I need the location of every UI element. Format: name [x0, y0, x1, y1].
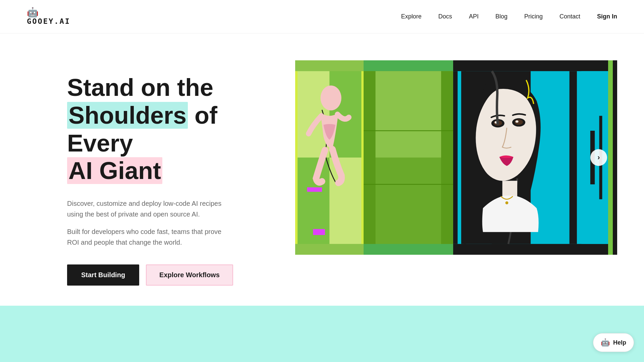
hero-title-line1: Stand on the: [67, 74, 213, 101]
svg-rect-10: [364, 71, 376, 244]
hero-content: Stand on the Shoulders of Every AI Giant…: [67, 60, 268, 286]
hero-title-highlight1: Shoulders: [67, 102, 188, 129]
hero-section: Stand on the Shoulders of Every AI Giant…: [0, 34, 644, 306]
svg-rect-2: [329, 158, 364, 244]
svg-rect-8: [361, 71, 364, 244]
hero-carousel: ›: [295, 60, 617, 255]
logo-text: GOOEY.AI: [27, 17, 70, 25]
hero-title-highlight2: AI Giant: [67, 157, 162, 184]
start-building-button[interactable]: Start Building: [67, 264, 139, 286]
hero-description-1: Discover, customize and deploy low-code …: [67, 198, 228, 220]
main-nav: Explore Docs API Blog Pricing Contact Si…: [401, 13, 617, 20]
carousel-panel-1: [295, 60, 364, 255]
bottom-section: 400,000 Users & 2M AI Runs and Counting: [0, 306, 644, 362]
hero-buttons: Start Building Explore Workflows: [67, 264, 268, 286]
nav-api[interactable]: API: [469, 13, 479, 20]
svg-rect-12: [376, 71, 441, 158]
help-robot-icon: 🤖: [601, 338, 610, 347]
svg-rect-5: [313, 229, 325, 235]
svg-point-3: [321, 85, 341, 111]
panel-art-2: [364, 60, 453, 255]
svg-rect-6: [337, 220, 352, 226]
nav-docs[interactable]: Docs: [438, 13, 452, 20]
svg-point-24: [516, 120, 519, 123]
chevron-right-icon: ›: [597, 153, 600, 162]
carousel-strip-1: [608, 60, 612, 255]
logo[interactable]: 🤖 GOOEY.AI: [27, 8, 70, 25]
carousel-strip-2: [613, 60, 617, 255]
panel-art-1: [295, 60, 364, 255]
nav-explore[interactable]: Explore: [401, 13, 422, 20]
logo-robot-icon: 🤖: [27, 8, 39, 17]
svg-rect-18: [464, 71, 466, 244]
carousel-panel-3: [453, 60, 608, 255]
header: 🤖 GOOEY.AI Explore Docs API Blog Pricing…: [0, 0, 644, 34]
nav-contact[interactable]: Contact: [559, 13, 580, 20]
carousel-next-button[interactable]: ›: [590, 149, 607, 166]
svg-rect-11: [441, 71, 453, 244]
svg-point-26: [505, 201, 508, 204]
nav-signin[interactable]: Sign In: [597, 13, 617, 20]
panel-art-3: [453, 60, 608, 255]
svg-rect-17: [458, 71, 461, 244]
help-button[interactable]: 🤖 Help: [593, 333, 634, 352]
carousel-panel-2: [364, 60, 453, 255]
svg-rect-1: [295, 71, 329, 158]
hero-description-2: Built for developers who code fast, team…: [67, 226, 228, 248]
nav-blog[interactable]: Blog: [495, 13, 507, 20]
svg-rect-4: [307, 187, 322, 192]
help-label: Help: [613, 339, 626, 346]
hero-title: Stand on the Shoulders of Every AI Giant: [67, 74, 268, 185]
nav-pricing[interactable]: Pricing: [524, 13, 543, 20]
explore-workflows-button[interactable]: Explore Workflows: [146, 264, 233, 286]
svg-rect-7: [295, 71, 298, 244]
svg-rect-27: [570, 71, 577, 244]
